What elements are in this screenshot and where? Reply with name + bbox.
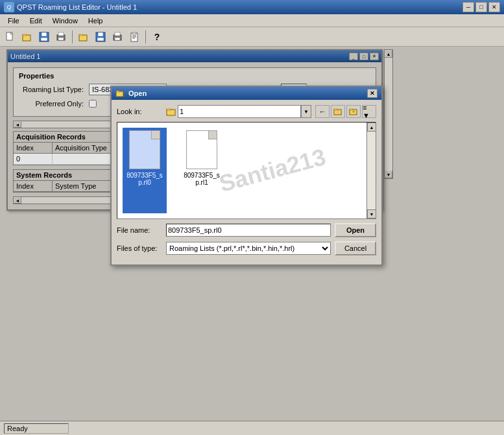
svg-rect-9 [58,38,64,40]
open-btn[interactable]: Open [335,223,376,237]
lookin-input[interactable] [178,105,301,118]
filetype-row: Files of type: Roaming Lists (*.prl,*.rl… [117,241,376,255]
toolbar: ? [0,27,504,47]
toolbar-save[interactable] [36,29,52,45]
close-btn[interactable]: ✕ [488,2,500,12]
menu-edit[interactable]: Edit [25,16,47,26]
svg-rect-3 [23,34,27,36]
toolbar-sep1 [72,30,73,43]
title-bar-left: Q QPST Roaming List Editor - Untitled 1 [4,2,137,12]
toolbar-sep2 [145,30,146,43]
main-area: Untitled 1 _ □ ✕ Properties Roaming List… [0,47,504,421]
file-icon-1 [186,130,217,169]
file-scroll-track [367,132,376,209]
lookin-label: Look in: [117,108,162,115]
title-bar: Q QPST Roaming List Editor - Untitled 1 … [0,0,504,14]
file-scroll-down[interactable]: ▼ [367,209,376,218]
svg-rect-17 [115,38,120,40]
lookin-dropdown-btn[interactable]: ▼ [301,105,311,118]
cancel-btn[interactable]: Cancel [335,241,376,255]
title-bar-controls[interactable]: ─ □ ✕ [462,2,500,12]
status-text: Ready [4,423,69,434]
dialog-nav-toolbar: ← ↑ + [315,105,376,118]
nav-view-btn[interactable]: ≡ ▼ [362,105,376,118]
file-icon-0 [129,130,160,169]
filetype-select[interactable]: Roaming Lists (*.prl,*.rl*,*.bin,*.hin,*… [166,242,331,255]
lookin-combo: ▼ [166,105,311,118]
folder-icon [166,107,176,116]
toolbar-print[interactable] [53,29,69,45]
nav-back-btn[interactable]: ← [315,105,330,118]
filetype-label: Files of type: [117,244,162,252]
status-bar: Ready [0,421,504,435]
new-folder-icon: + [349,107,358,116]
svg-text:↑: ↑ [337,110,339,114]
svg-rect-16 [115,32,120,36]
file-scroll-up[interactable]: ▲ [367,123,376,132]
svg-rect-8 [58,32,64,36]
file-item-0[interactable]: 809733F5_sp.rl0 [123,128,167,213]
toolbar-open2[interactable] [76,29,91,45]
dialog-title-area: Open [115,89,147,98]
menu-window[interactable]: Window [47,16,83,26]
dialog-title-bar: Open ✕ [112,87,381,100]
filename-input[interactable] [166,224,331,237]
dialog-close-btn[interactable]: ✕ [367,89,378,98]
svg-rect-5 [42,32,47,36]
filename-row: File name: Open [117,223,376,237]
toolbar-save2[interactable] [93,29,108,45]
dialog-title-text: Open [128,89,147,97]
file-name-0: 809733F5_sp.rl0 [125,172,164,186]
svg-text:+: + [352,109,355,115]
menu-file[interactable]: File [3,16,25,26]
svg-rect-14 [97,38,104,41]
app-title: QPST Roaming List Editor - Untitled 1 [17,3,137,11]
nav-new-folder-btn[interactable]: + [346,105,361,118]
file-item-1[interactable]: 809733F5_sp.rl1 [180,128,224,213]
filename-label: File name: [117,226,162,234]
toolbar-open[interactable] [19,29,35,45]
svg-rect-6 [41,38,47,41]
svg-rect-26 [167,109,171,110]
folder-icon-inline [166,107,176,116]
svg-rect-25 [167,110,175,115]
app-icon: Q [4,2,14,12]
svg-rect-2 [23,35,30,41]
svg-rect-11 [79,34,83,36]
up-folder-icon: ↑ [333,107,342,116]
toolbar-clipboard[interactable] [126,29,142,45]
file-area-scrollbar[interactable]: ▲ ▼ [366,123,376,218]
open-dialog: Open ✕ Look in: ▼ [110,86,383,266]
file-name-1: 809733F5_sp.rl1 [182,172,221,186]
svg-rect-10 [79,35,87,41]
menu-bar: File Edit Window Help [0,14,504,27]
nav-up-btn[interactable]: ↑ [331,105,345,118]
minimize-btn[interactable]: ─ [462,2,474,12]
watermark: Santia213 [216,143,328,198]
dialog-content: Look in: ▼ ← [112,100,381,265]
svg-rect-13 [98,32,103,36]
svg-rect-19 [132,32,136,34]
svg-rect-24 [116,91,119,92]
toolbar-help[interactable]: ? [149,29,165,45]
dialog-icon [115,89,125,98]
file-area: 809733F5_sp.rl0 809733F5_sp.rl1 Santia21… [117,122,376,219]
toolbar-print2[interactable] [110,29,125,45]
menu-help[interactable]: Help [83,16,108,26]
lookin-row: Look in: ▼ ← [117,105,376,118]
maximize-btn[interactable]: □ [475,2,487,12]
toolbar-new[interactable] [3,29,18,45]
